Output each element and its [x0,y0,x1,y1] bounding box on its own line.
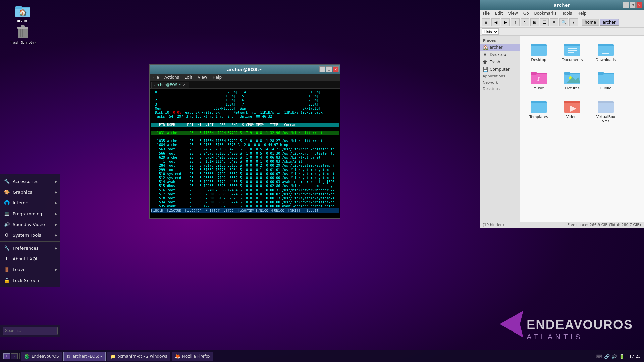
svg-rect-40 [531,103,547,113]
taskbar-app-pcmanfm[interactable]: 📁 pcmanfm-qt - 2 windows [107,352,170,361]
fm-item-virtualbox[interactable]: VirtualBox VMs [591,96,621,125]
fm-main[interactable]: Desktop [520,36,644,222]
graphics-icon: 🎨 [3,189,10,195]
terminal-tab-item[interactable]: archer@EOS:~ ✕ [151,82,189,88]
terminal-close-button[interactable]: ✕ [333,66,339,72]
terminal-content[interactable]: 0[|||| 7.9%] 4[| 1.0%] 1[| 1.0%] 5[| 1.0… [150,89,340,218]
terminal-minimize-button[interactable]: _ [319,66,325,72]
menu-item-system-tools[interactable]: ⚙ System Tools ▶ [0,230,60,240]
fm-menu-view[interactable]: View [507,10,519,16]
fm-close-button[interactable]: ✕ [636,2,642,8]
terminal-window-controls: _ □ ✕ [319,66,339,72]
lock-icon: 🔒 [3,277,10,284]
fm-title: archer [554,3,570,8]
fm-item-desktop-label: Desktop [531,58,546,62]
music-folder-img: ♪ [530,69,547,85]
fm-menu-go[interactable]: Go [522,10,530,16]
terminal-menu-file[interactable]: File [151,75,160,80]
keyboard-icon[interactable]: ⌨ [596,354,602,359]
home-folder-icon: 🏠 [15,2,31,18]
desktop-icon-archer[interactable]: 🏠 archer [9,2,36,23]
fm-item-music[interactable]: ♪ Music [524,67,554,93]
svg-rect-15 [531,44,537,46]
fm-back-button[interactable]: ◀ [491,18,500,26]
programming-label: Programming [13,211,42,216]
fm-menu-file[interactable]: File [482,10,491,16]
network-icon[interactable]: 🔗 [604,354,610,359]
menu-item-leave[interactable]: 🚪 Leave ▶ [0,264,60,275]
svg-rect-14 [531,46,547,56]
battery-icon[interactable]: 🔋 [619,354,625,359]
fm-item-documents[interactable]: Documents [557,39,587,64]
fm-sidebar-computer[interactable]: 💾 Computer [480,66,520,73]
terminal-maximize-button[interactable]: □ [326,66,332,72]
fm-minimize-button[interactable]: _ [623,2,629,8]
fm-sidebar-desktop[interactable]: 🖥 Desktop [480,51,520,58]
volume-icon[interactable]: 🔊 [611,354,617,359]
fm-item-public[interactable]: Public [591,67,621,93]
firefox-icon: 🦊 [175,354,180,359]
fm-refresh-button[interactable]: ↻ [521,18,529,26]
fm-sidebar-trash[interactable]: 🗑 Trash [480,58,520,66]
fm-item-downloads[interactable]: Downloads [591,39,621,64]
fm-view-icons-button[interactable]: ⊞ [530,18,539,26]
fm-menu-help[interactable]: Help [576,10,588,16]
sound-video-label: Sound & Video [13,222,45,227]
fm-item-pictures[interactable]: Pictures [557,67,587,93]
terminal-taskbar-icon: 🖥 [66,354,71,359]
desktop-icon-trash[interactable]: Trash (Empty) [9,23,36,45]
fm-edit-path-button[interactable]: / [569,18,578,26]
taskbar-app-firefox[interactable]: 🦊 Mozilla Firefox [172,352,214,361]
fm-view-detail-button[interactable]: ☰ [540,18,549,26]
taskbar-app-endeavouros[interactable]: 🐉 EndeavourOS [21,352,62,361]
fm-sidebar-computer-label: Computer [490,67,510,72]
sound-video-icon: 🔊 [3,221,10,228]
svg-rect-26 [602,53,609,54]
fm-status-space: Free space: 266,9 GiB (Total: 280,7 GiB) [567,223,641,227]
fm-filter-button[interactable]: 🔍 [559,18,568,26]
left-menu: 🔧 Accessories ▶ 🎨 Graphics ▶ 🌐 Internet … [0,174,60,287]
terminal-menubar: File Actions Edit View Help [150,74,340,81]
fm-item-templates[interactable]: Templates [524,96,554,125]
downloads-folder-img [597,41,614,57]
search-input[interactable] [3,327,58,335]
fm-menu-tools[interactable]: Tools [561,10,574,16]
menu-item-programming[interactable]: 💻 Programming ▶ [0,208,60,219]
fm-sidebar-archer[interactable]: 🏠 archer [480,44,520,51]
terminal-menu-view[interactable]: View [197,75,208,80]
workspace-1-button[interactable]: 1 [3,353,10,359]
svg-rect-21 [568,52,574,53]
menu-item-sound-video[interactable]: 🔊 Sound & Video ▶ [0,219,60,230]
fm-maximize-button[interactable]: □ [630,2,636,8]
terminal-menu-edit[interactable]: Edit [183,75,193,80]
fm-lists-select[interactable]: Lists [482,28,499,35]
fm-forward-button[interactable]: ▶ [501,18,510,26]
fm-item-desktop[interactable]: Desktop [524,39,554,64]
menu-item-internet[interactable]: 🌐 Internet ▶ [0,197,60,208]
programming-arrow: ▶ [55,212,57,216]
terminal-menu-help[interactable]: Help [212,75,223,80]
fm-up-button[interactable]: ↑ [511,18,520,26]
fm-breadcrumb-home[interactable]: home [582,19,599,26]
terminal-tab-bar: archer@EOS:~ ✕ [150,81,340,89]
menu-item-lock-screen[interactable]: 🔒 Lock Screen [0,275,60,286]
menu-item-preferences[interactable]: 🔧 Preferences ▶ [0,243,60,253]
fm-menu-edit[interactable]: Edit [494,10,504,16]
accessories-label: Accessories [13,179,38,184]
fm-places-button[interactable]: ⊞ [482,18,490,26]
fm-item-public-label: Public [600,86,611,90]
system-tools-label: System Tools [13,233,41,238]
fm-breadcrumb-archer[interactable]: archer [600,19,619,26]
terminal-menu-actions[interactable]: Actions [163,75,180,80]
taskbar-right: ⌨ 🔗 🔊 🔋 17:23 [596,354,642,359]
fm-menu-bookmarks[interactable]: Bookmarks [533,10,558,16]
fm-item-videos[interactable]: Videos [557,96,587,125]
menu-item-graphics[interactable]: 🎨 Graphics ▶ [0,187,60,197]
taskbar-app-terminal[interactable]: 🖥 archer@EOS:~ [63,352,106,361]
terminal-tab-close[interactable]: ✕ [183,83,186,87]
svg-marker-10 [500,311,523,338]
menu-item-accessories[interactable]: 🔧 Accessories ▶ [0,176,60,187]
fm-view-list-button[interactable]: ≡ [550,18,558,26]
workspace-2-button[interactable]: 2 [11,353,18,359]
menu-item-about-lxqt[interactable]: ℹ About LXQt [0,253,60,264]
